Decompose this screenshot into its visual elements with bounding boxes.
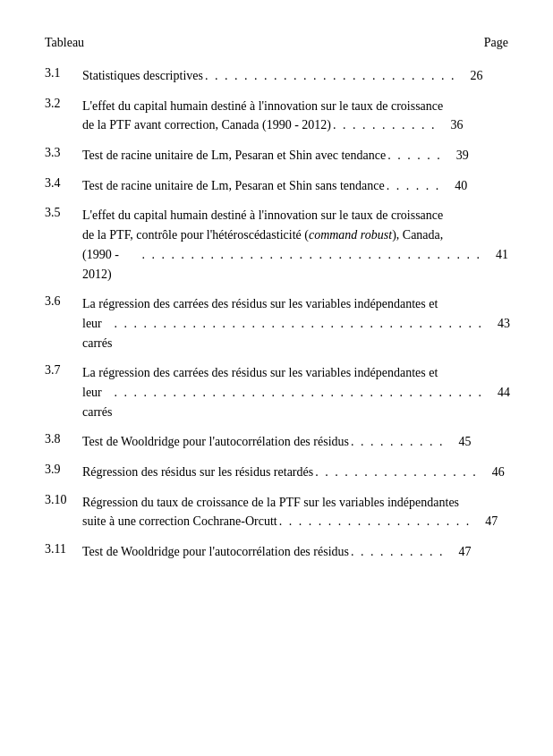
toc-entry-text: L'effet du capital humain destiné à l'in… — [82, 206, 443, 225]
toc-entry-body: Régression des résidus sur les résidus r… — [82, 463, 508, 482]
toc-entry-number: 3.9 — [45, 463, 82, 477]
toc-entry: 3.5L'effet du capital humain destiné à l… — [45, 206, 508, 284]
toc-page-number: 47 — [446, 545, 471, 559]
toc-entry-number: 3.6 — [45, 294, 82, 309]
toc-entry-body: Test de racine unitaire de Lm, Pesaran e… — [82, 146, 508, 166]
toc-entry: 3.3Test de racine unitaire de Lm, Pesara… — [45, 146, 508, 166]
toc-entry-body: Test de Wooldridge pour l'autocorrélatio… — [82, 432, 508, 452]
toc-entry: 3.10Régression du taux de croissance de … — [45, 493, 508, 531]
toc-dots: . . . . . . . . . . . . . . . . . — [313, 465, 480, 480]
toc-entry-body: La régression des carrées des résidus su… — [82, 294, 510, 353]
toc-entry-text: leur carrés — [82, 383, 112, 421]
toc-entry-body: L'effet du capital humain destiné à l'in… — [82, 97, 508, 135]
toc-entry-text: suite à une correction Cochrane-Orcutt — [82, 512, 277, 531]
toc-page-number: 45 — [446, 435, 471, 449]
toc-entry: 3.7La régression des carrées des résidus… — [45, 363, 508, 421]
toc-page-number: 40 — [442, 179, 467, 193]
toc-entry-text: Test de racine unitaire de Lm, Pesaran e… — [82, 146, 386, 166]
tableau-header-label: Tableau — [45, 36, 84, 50]
toc-entry-body: Régression du taux de croissance de la P… — [82, 493, 508, 531]
toc-entry: 3.9Régression des résidus sur les résidu… — [45, 463, 508, 482]
toc-entry-text: Test de racine unitaire de Lm, Pesaran e… — [82, 176, 385, 196]
toc-dots: . . . . . . . . . . . . . . . . . . . . … — [140, 248, 484, 262]
toc-entry: 3.1Statistiques descriptives . . . . . .… — [45, 66, 508, 86]
toc-dots: . . . . . . . . . . . — [331, 118, 438, 132]
toc-entry-number: 3.4 — [45, 176, 82, 191]
toc-entry-number: 3.1 — [45, 66, 82, 81]
toc-entry-number: 3.2 — [45, 97, 82, 111]
toc-dots: . . . . . . . . . . . . . . . . . . . . … — [112, 386, 485, 400]
toc-entry-body: Test de Wooldridge pour l'autocorrélatio… — [82, 542, 508, 562]
toc-entry-body: La régression des carrées des résidus su… — [82, 363, 510, 421]
toc-page-number: 41 — [483, 248, 508, 262]
toc-page-number: 26 — [457, 69, 482, 83]
toc-entry: 3.2L'effet du capital humain destiné à l… — [45, 97, 508, 135]
toc-page-number: 44 — [485, 386, 510, 400]
toc-entry-number: 3.5 — [45, 206, 82, 220]
toc-page-number: 43 — [485, 317, 510, 331]
toc-entry: 3.8Test de Wooldridge pour l'autocorréla… — [45, 432, 508, 452]
toc-entry-number: 3.10 — [45, 493, 82, 507]
toc-entry-number: 3.8 — [45, 432, 82, 446]
toc-entry: 3.6La régression des carrées des résidus… — [45, 294, 508, 353]
toc-entry-text: La régression des carrées des résidus su… — [82, 294, 438, 314]
toc-entry-text: Statistiques descriptives — [82, 66, 203, 86]
toc-entry-text: leur carrés — [82, 314, 112, 353]
toc-dots: . . . . . . . . . . . . . . . . . . . . — [277, 514, 473, 529]
toc-entry-text: Test de Wooldridge pour l'autocorrélatio… — [82, 432, 349, 452]
page-header-label: Page — [484, 36, 508, 50]
toc-page-number: 47 — [472, 514, 498, 529]
toc-entry-body: Statistiques descriptives . . . . . . . … — [82, 66, 508, 86]
toc-entry-number: 3.3 — [45, 146, 82, 160]
toc-entry-body: L'effet du capital humain destiné à l'in… — [82, 206, 508, 284]
toc-entry-body: Test de racine unitaire de Lm, Pesaran e… — [82, 176, 508, 196]
toc-entry-text: Régression du taux de croissance de la P… — [82, 493, 459, 513]
toc-dots: . . . . . . — [386, 149, 444, 163]
toc-entry: 3.11Test de Wooldridge pour l'autocorrél… — [45, 542, 508, 562]
toc-dots: . . . . . . . . . . — [349, 435, 447, 449]
toc-entry-number: 3.11 — [45, 542, 82, 556]
toc-dots: . . . . . . . . . . — [349, 545, 447, 559]
toc-dots: . . . . . . . . . . . . . . . . . . . . … — [203, 69, 458, 83]
toc-dots: . . . . . . . . . . . . . . . . . . . . … — [112, 317, 485, 331]
toc-entry: 3.4Test de racine unitaire de Lm, Pesara… — [45, 176, 508, 196]
toc-entry-text: La régression des carrées des résidus su… — [82, 363, 438, 383]
toc-entry-text: Régression des résidus sur les résidus r… — [82, 463, 313, 482]
toc-table: 3.1Statistiques descriptives . . . . . .… — [45, 66, 508, 562]
toc-entry-text: de la PTF avant correction, Canada (1990… — [82, 115, 331, 135]
toc-entry-text: Test de Wooldridge pour l'autocorrélatio… — [82, 542, 349, 562]
toc-entry-text: (1990 - 2012) — [82, 245, 140, 284]
toc-entry-number: 3.7 — [45, 363, 82, 378]
toc-entry-text: L'effet du capital humain destiné à l'in… — [82, 97, 443, 116]
toc-page-number: 36 — [438, 118, 463, 132]
toc-page-number: 46 — [480, 465, 505, 480]
toc-entry-text: de la PTF, contrôle pour l'hétéroscédast… — [82, 225, 443, 245]
toc-dots: . . . . . . — [385, 179, 443, 193]
toc-page-number: 39 — [444, 149, 469, 163]
